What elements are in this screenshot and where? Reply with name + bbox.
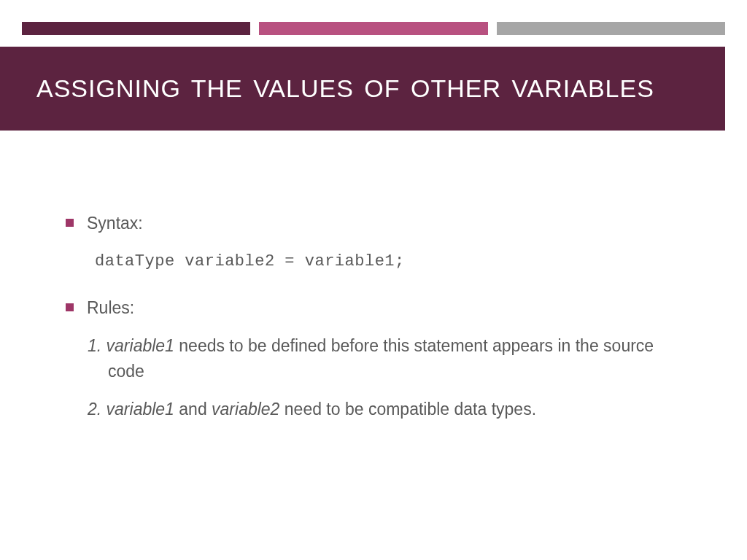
rule-1-number: 1. [88,336,107,355]
slide-title: ASSIGNING THE VALUES OF OTHER VARIABLES [36,74,703,103]
rule-1-text: needs to be defined before this statemen… [108,336,654,381]
syntax-label: Syntax: [87,211,143,236]
syntax-bullet: Syntax: [66,211,681,236]
rule-2-variable-2: variable2 [212,400,279,419]
bullet-icon [66,303,74,311]
title-banner: ASSIGNING THE VALUES OF OTHER VARIABLES [0,47,725,131]
slide-content: Syntax: dataType variable2 = variable1; … [0,131,747,422]
top-accent-stripes [0,0,747,35]
stripe-dark [22,22,250,35]
stripe-grey [497,22,725,35]
rule-1-variable: variable1 [107,336,174,355]
rule-2-number: 2. [88,400,107,419]
rule-2-mid: and [174,400,212,419]
rule-2: 2. variable1 and variable2 need to be co… [88,397,681,422]
syntax-code: dataType variable2 = variable1; [95,249,681,273]
rules-label: Rules: [87,295,134,321]
rule-1: 1. variable1 needs to be defined before … [88,333,681,384]
bullet-icon [66,219,74,227]
stripe-pink [259,22,487,35]
rules-bullet: Rules: [66,295,681,321]
rules-list: 1. variable1 needs to be defined before … [88,333,681,422]
rule-2-variable-1: variable1 [107,400,174,419]
rule-2-text: need to be compatible data types. [279,400,536,419]
